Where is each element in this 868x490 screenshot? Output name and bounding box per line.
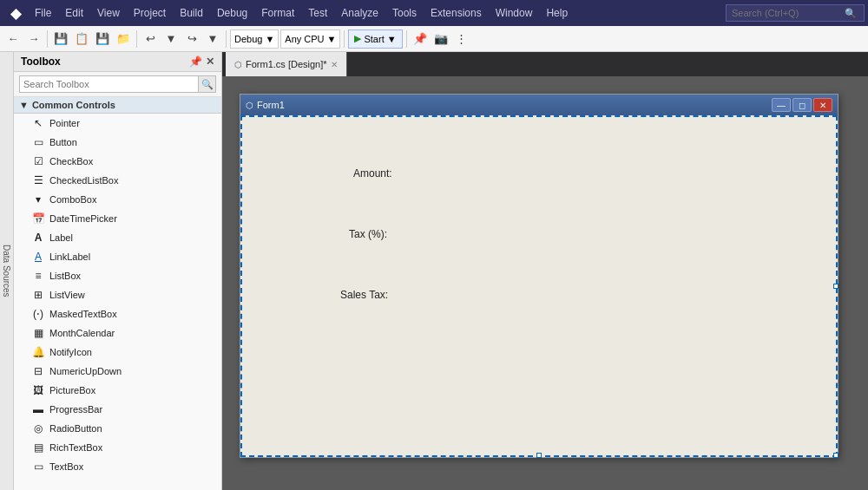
form-minimize-button[interactable]: — (772, 98, 791, 112)
tab-form1-design[interactable]: ⬡ Form1.cs [Design]* ✕ (226, 52, 347, 76)
toolbox-item[interactable]: (⋅) MaskedTextBox (14, 304, 221, 323)
menu-build[interactable]: Build (173, 3, 210, 23)
menu-edit[interactable]: Edit (58, 3, 90, 23)
toolbox-item-label: ListView (49, 290, 85, 300)
toolbox-title: Toolbox (21, 56, 61, 68)
toolbox-item-label: Button (49, 137, 77, 147)
toolbox-item[interactable]: ▭ TextBox (14, 457, 221, 476)
debug-config-dropdown[interactable]: Debug ▼ (230, 29, 279, 49)
form-window: ⬡ Form1 — ◻ ✕ Amount: Tax (%): Sales Tax… (240, 94, 838, 458)
menu-file[interactable]: File (28, 3, 58, 23)
numericupdown-icon: ⊟ (31, 364, 45, 378)
monthcalendar-icon: ▦ (31, 326, 45, 340)
form-close-button[interactable]: ✕ (813, 98, 832, 112)
form-title-group: ⬡ Form1 (246, 100, 285, 110)
resize-handle-bottom[interactable] (536, 453, 542, 458)
toolbox-item[interactable]: 🖼 PictureBox (14, 381, 221, 400)
datetimepicker-icon: 📅 (31, 212, 45, 225)
toolbox-item[interactable]: ⊞ ListView (14, 285, 221, 304)
tab-close-icon[interactable]: ✕ (331, 60, 338, 69)
toolbox-section-header[interactable]: ▼ Common Controls (14, 97, 221, 114)
menu-help[interactable]: Help (539, 3, 575, 23)
toolbox-item-label: MonthCalendar (49, 328, 115, 338)
toolbox-section-label: Common Controls (32, 100, 115, 110)
amount-label: Amount: (353, 167, 392, 180)
toolbox-item-label: RadioButton (49, 423, 102, 434)
menu-format[interactable]: Format (254, 3, 301, 23)
toolbox-item[interactable]: 📅 DateTimePicker (14, 209, 221, 228)
menu-view[interactable]: View (90, 3, 127, 23)
toolbox-item[interactable]: ▾ ComboBox (14, 190, 221, 209)
menu-test[interactable]: Test (301, 3, 334, 23)
toolbox-search-button[interactable]: 🔍 (199, 75, 216, 93)
toolbar-redo-btn[interactable]: ↪ (182, 29, 201, 49)
menu-extensions[interactable]: Extensions (424, 3, 489, 23)
toolbox-item[interactable]: ≡ ListBox (14, 266, 221, 285)
resize-handle-corner[interactable] (833, 453, 838, 458)
toolbox-item[interactable]: ↖ Pointer (14, 114, 221, 133)
toolbar-save2-btn[interactable]: 📋 (72, 29, 91, 49)
toolbox-item[interactable]: 🔔 NotifyIcon (14, 343, 221, 362)
toolbar-save-btn[interactable]: 💾 (51, 29, 70, 49)
toolbox-close-icon[interactable]: ✕ (206, 56, 214, 68)
cpu-label: Any CPU (285, 34, 324, 44)
global-search-input[interactable] (732, 8, 845, 18)
button-icon: ▭ (31, 135, 45, 149)
design-area[interactable]: ⬡ Form1 — ◻ ✕ Amount: Tax (%): Sales Tax… (222, 76, 868, 490)
form-maximize-button[interactable]: ◻ (792, 98, 812, 112)
data-sources-tab[interactable]: Data Sources (0, 52, 14, 490)
toolbox-panel: Toolbox 📌 ✕ 🔍 ▼ Common Controls ↖ Pointe… (14, 52, 222, 490)
resize-handle-right[interactable] (833, 284, 838, 289)
menu-debug[interactable]: Debug (210, 3, 254, 23)
menu-window[interactable]: Window (489, 3, 540, 23)
toolbox-item[interactable]: A LinkLabel (14, 247, 221, 266)
form-controls: — ◻ ✕ (772, 98, 832, 112)
form-title-label: Form1 (257, 100, 285, 110)
form-icon: ⬡ (246, 101, 253, 110)
toolbar-cam-btn[interactable]: 📷 (431, 29, 450, 49)
toolbox-item[interactable]: ▭ Button (14, 133, 221, 152)
listview-icon: ⊞ (31, 288, 45, 302)
toolbar-undo-btn[interactable]: ↩ (141, 29, 160, 49)
start-drop-arrow: ▼ (387, 34, 397, 44)
cpu-dropdown[interactable]: Any CPU ▼ (280, 29, 340, 49)
toolbox-item[interactable]: ☑ CheckBox (14, 152, 221, 171)
global-search[interactable]: 🔍 (726, 4, 865, 22)
menu-analyze[interactable]: Analyze (334, 3, 385, 23)
menu-project[interactable]: Project (127, 3, 173, 23)
menubar: ◆ File Edit View Project Build Debug For… (0, 0, 868, 26)
toolbox-item[interactable]: A Label (14, 228, 221, 247)
toolbar-sep-1 (47, 30, 48, 48)
toolbox-item[interactable]: ▬ ProgressBar (14, 400, 221, 419)
toolbar-more-btn[interactable]: ⋮ (452, 29, 471, 49)
radiobutton-icon: ◎ (31, 421, 45, 435)
toolbox-item[interactable]: ◎ RadioButton (14, 419, 221, 438)
tab-form1-label: Form1.cs [Design]* (246, 59, 327, 69)
toolbar-pin-btn[interactable]: 📌 (411, 29, 430, 49)
toolbox-content: ▼ Common Controls ↖ Pointer ▭ Button ☑ C… (14, 97, 221, 490)
linklabel-icon: A (31, 250, 45, 264)
toolbar-redo-drop-btn[interactable]: ▼ (203, 29, 222, 49)
start-button[interactable]: ▶ Start ▼ (348, 29, 402, 49)
menu-tools[interactable]: Tools (385, 3, 424, 23)
toolbar-back-btn[interactable]: ← (3, 29, 23, 49)
toolbar-undo-drop-btn[interactable]: ▼ (161, 29, 181, 49)
toolbox-item[interactable]: ⊟ NumericUpDown (14, 362, 221, 381)
toolbar-forward-btn[interactable]: → (24, 29, 43, 49)
toolbar-open-btn[interactable]: 📁 (114, 29, 133, 49)
toolbox-search-input[interactable] (19, 75, 199, 93)
toolbar-save3-btn[interactable]: 💾 (93, 29, 112, 49)
textbox-icon: ▭ (31, 460, 45, 474)
toolbar-sep-3 (226, 30, 227, 48)
toolbox-search-row: 🔍 (14, 72, 221, 97)
toolbox-item[interactable]: ☰ CheckedListBox (14, 171, 221, 190)
play-icon: ▶ (354, 33, 361, 44)
vs-logo: ◆ (3, 5, 28, 22)
toolbox-pin-icon[interactable]: 📌 (189, 56, 202, 68)
toolbox-item-label: ComboBox (49, 194, 96, 205)
cpu-arrow: ▼ (327, 34, 337, 44)
toolbox-item-label: RichTextBox (49, 442, 102, 453)
toolbox-item-label: Label (49, 232, 73, 243)
toolbox-item[interactable]: ▤ RichTextBox (14, 438, 221, 457)
toolbox-item[interactable]: ▦ MonthCalendar (14, 323, 221, 343)
